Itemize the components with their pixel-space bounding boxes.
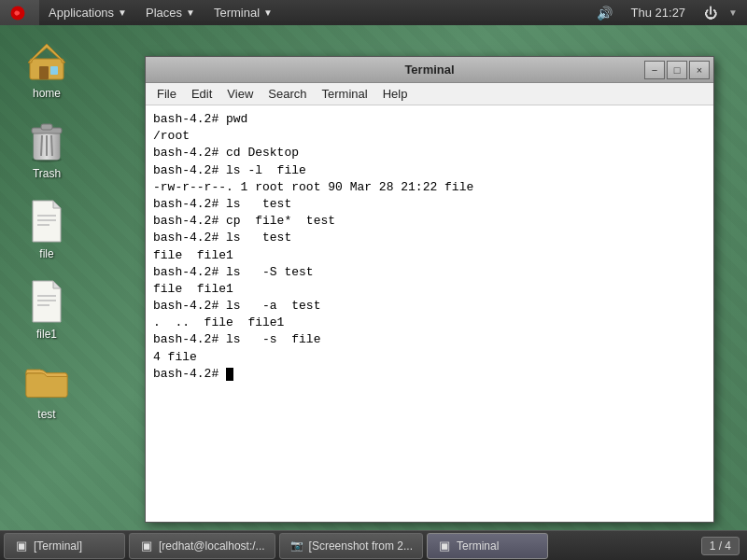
taskbar-label-redhat: [redhat@localhost:/... <box>159 539 265 553</box>
desktop: Applications ▼ Places ▼ Terminal ▼ 🔊 Thu… <box>0 0 747 560</box>
terminal-window-title: Terminal <box>404 63 454 77</box>
terminal-line-10: bash-4.2# ls -S test <box>153 264 706 281</box>
file1-icon <box>24 279 69 324</box>
minimize-button[interactable]: − <box>644 61 665 79</box>
terminal-cursor <box>226 368 233 381</box>
svg-rect-4 <box>50 66 58 75</box>
file1-icon-label: file1 <box>36 328 57 341</box>
terminal-line-4: bash-4.2# ls -l file <box>153 162 706 179</box>
taskbar: ▣ [Terminal] ▣ [redhat@localhost:/... 📷 … <box>0 530 747 560</box>
trash-icon <box>24 119 69 163</box>
terminal-menu-help[interactable]: Help <box>375 85 416 103</box>
taskbar-label-terminal2: Terminal <box>457 539 499 553</box>
taskbar-icon-redhat: ▣ <box>139 539 154 553</box>
svg-marker-14 <box>53 201 61 208</box>
taskbar-icon-screenshot: 📷 <box>289 539 304 553</box>
terminal-line-14: bash-4.2# ls -s file <box>153 331 706 348</box>
desktop-icons: home <box>9 33 84 427</box>
terminal-line-8: bash-4.2# ls test <box>153 230 706 246</box>
terminal-line-6: bash-4.2# ls test <box>153 196 706 213</box>
test-folder-icon <box>24 359 69 404</box>
terminal-line-2: /root <box>153 128 706 145</box>
desktop-icon-home[interactable]: home <box>9 33 84 105</box>
terminal-line-5: -rw-r--r--. 1 root root 90 Mar 28 21:22 … <box>153 179 706 196</box>
clock: Thu 21:27 <box>624 6 694 20</box>
home-icon-label: home <box>33 87 61 100</box>
terminal-line-1: bash-4.2# pwd <box>153 111 706 128</box>
power-icon[interactable]: ⏻ <box>700 4 721 22</box>
desktop-icon-test[interactable]: test <box>9 354 84 427</box>
file-icon <box>24 199 69 244</box>
svg-line-10 <box>41 135 42 156</box>
menubar-places[interactable]: Places ▼ <box>136 0 204 25</box>
terminal-menu-view[interactable]: View <box>219 85 261 103</box>
terminal-line-12: bash-4.2# ls -a test <box>153 298 706 315</box>
maximize-button[interactable]: □ <box>667 61 687 79</box>
svg-rect-9 <box>41 124 52 130</box>
volume-icon[interactable]: 🔊 <box>593 4 616 22</box>
terminal-window: Terminal − □ × File Edit View Search Ter… <box>145 56 714 523</box>
taskbar-label-screenshot: [Screenshot from 2... <box>309 539 413 553</box>
titlebar-buttons: − □ × <box>644 61 710 79</box>
terminal-line-13: . .. file file1 <box>153 315 706 331</box>
menubar: Applications ▼ Places ▼ Terminal ▼ 🔊 Thu… <box>0 0 747 25</box>
terminal-menu-search[interactable]: Search <box>261 85 314 103</box>
desktop-icon-file[interactable]: file <box>9 193 84 266</box>
taskbar-label-terminal1: [Terminal] <box>34 539 82 553</box>
terminal-line-7: bash-4.2# cp file* test <box>153 213 706 230</box>
svg-marker-19 <box>53 281 61 288</box>
taskbar-item-terminal2[interactable]: ▣ Terminal <box>427 533 548 559</box>
taskbar-item-terminal1[interactable]: ▣ [Terminal] <box>4 533 125 559</box>
taskbar-icon-terminal1: ▣ <box>14 539 29 553</box>
terminal-menu: File Edit View Search Terminal Help <box>146 83 713 105</box>
terminal-menu-terminal[interactable]: Terminal <box>315 85 375 103</box>
svg-rect-3 <box>39 66 49 79</box>
trash-icon-label: Trash <box>33 167 61 180</box>
terminal-line-16: bash-4.2# <box>153 366 706 383</box>
terminal-menu-edit[interactable]: Edit <box>184 85 219 103</box>
pager[interactable]: 1 / 4 <box>701 537 740 555</box>
terminal-line-15: 4 file <box>153 349 706 366</box>
home-icon <box>24 38 69 83</box>
terminal-line-11: file file1 <box>153 281 706 298</box>
menubar-terminal[interactable]: Terminal ▼ <box>204 0 282 25</box>
test-folder-icon-label: test <box>37 408 55 421</box>
desktop-icon-trash[interactable]: Trash <box>9 113 84 186</box>
redhat-logo[interactable] <box>0 0 39 25</box>
terminal-line-3: bash-4.2# cd Desktop <box>153 145 706 161</box>
close-button[interactable]: × <box>689 61 710 79</box>
taskbar-item-screenshot[interactable]: 📷 [Screenshot from 2... <box>279 533 423 559</box>
terminal-menu-file[interactable]: File <box>149 85 184 103</box>
menubar-applications[interactable]: Applications ▼ <box>39 0 136 25</box>
terminal-titlebar: Terminal − □ × <box>146 57 713 83</box>
file-icon-label: file <box>39 247 53 260</box>
terminal-line-9: file file1 <box>153 247 706 264</box>
taskbar-icon-terminal2: ▣ <box>437 539 452 553</box>
svg-line-12 <box>51 135 52 156</box>
terminal-content[interactable]: bash-4.2# pwd /root bash-4.2# cd Desktop… <box>146 105 713 522</box>
desktop-icon-file1[interactable]: file1 <box>9 273 84 346</box>
taskbar-right: 1 / 4 <box>701 537 747 555</box>
pager-text: 1 / 4 <box>710 539 731 553</box>
taskbar-item-redhat[interactable]: ▣ [redhat@localhost:/... <box>129 533 275 559</box>
